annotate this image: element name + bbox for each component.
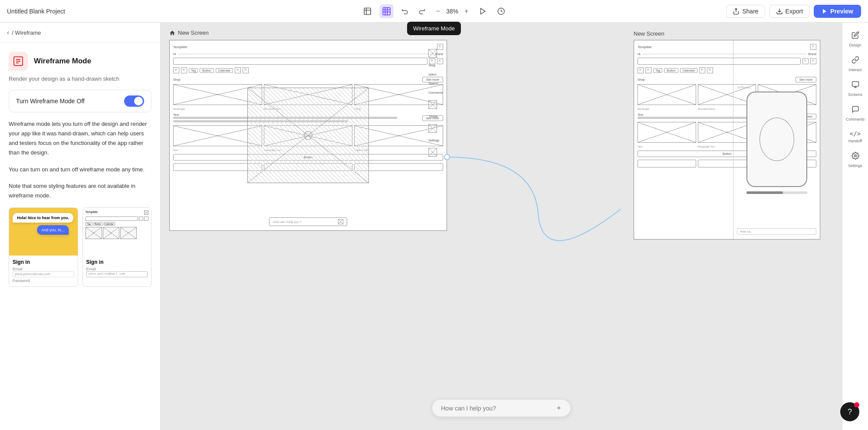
toggle-row: Turn Wireframe Mode Off [9,90,151,112]
zoom-value: 38% [444,8,460,15]
wireframe-toggle[interactable] [124,95,144,107]
wf-icon-2 [428,100,437,109]
zoom-out-btn[interactable]: − [434,7,443,16]
chat-bubble-1: Hola! Nice to hear from you. [13,213,73,223]
toggle-label: Turn Wireframe Mode Off [16,98,85,105]
topbar-center: − 38% + [361,4,508,18]
ai-input-bar: ✦ [432,399,571,417]
zoom-area: − 38% + [434,7,471,16]
breadcrumb-text: / Wireframe [12,30,41,36]
export-btn[interactable]: Export [769,5,809,18]
comments-label: Comments [846,117,865,121]
screen1-label: New Screen [169,30,209,36]
play-btn[interactable] [476,5,489,18]
preview-btn[interactable]: Preview [814,5,861,18]
wireframe-screen-2[interactable]: TemplMe HiBrand Tag Button Calendar [634,40,820,240]
design-label: Design [849,43,861,47]
chat-bubble-2: And you, to... [37,225,69,235]
redo-btn[interactable] [415,5,428,18]
pencil-icon [852,31,859,41]
preview-signin-colored: Sign in Email yana.petrov@mail.com Passw… [9,256,78,286]
svg-marker-5 [823,9,826,13]
ai-sparkle-icon: ✦ [556,404,562,412]
handoff-label: Handoff [848,139,862,143]
preview-wf-signin: Sign in Email yana.petrov@mail.com [83,256,151,282]
undo-btn[interactable] [399,5,412,18]
panel-preview: Hola! Nice to hear from you. And you, to… [9,207,151,287]
design-mode-btn[interactable] [361,4,375,18]
interact-label: Interact [848,68,861,72]
wireframe-screen-1[interactable]: TemplMe HiBrand Tag Button Calendar [169,40,447,231]
settings-icon [852,152,859,162]
cursor-btn[interactable] [494,5,507,18]
preview-card-wireframe: TemplMe TagButtonCalendar Sign in Email … [82,207,152,287]
handoff-icon: </> [850,130,861,137]
canvas: New Screen New Screen TemplMe HiBrand [161,23,842,430]
svg-rect-0 [364,8,371,14]
topbar-right: Share Export Preview [726,5,861,18]
chat-box-overlay: How can I help you ? [269,217,347,226]
right-panel: Design Interact Screens Comments </> Han… [842,23,868,430]
svg-point-11 [854,155,856,157]
share-btn[interactable]: Share [726,5,765,18]
svg-rect-8 [852,82,858,86]
ai-input[interactable] [441,405,552,412]
svg-marker-2 [480,8,485,14]
zoom-in-btn[interactable]: + [462,7,471,16]
right-panel-screens[interactable]: Screens [845,77,866,100]
panel-title: Wireframe Mode [34,57,91,66]
back-btn[interactable]: ‹ [7,29,9,36]
right-panel-interact[interactable]: Interact [845,53,866,75]
screen2-label: New Screen [634,30,664,37]
right-panel-settings[interactable]: Settings [845,148,866,171]
undo-redo [399,5,428,18]
panel-subtitle: Render your design as a hand-drawn sketc… [9,75,151,83]
breadcrumb: ‹ / Wireframe [0,23,160,43]
right-panel-handoff[interactable]: </> Handoff [845,127,866,147]
settings-label: Settings [848,164,862,168]
comments-icon [852,105,859,115]
help-btn[interactable]: ? [840,402,859,421]
help-badge [854,402,859,407]
right-panel-comments[interactable]: Comments [845,102,866,125]
preview-card-colored: Hola! Nice to hear from you. And you, to… [9,207,78,287]
right-panel-design[interactable]: Design [845,28,866,51]
svg-rect-1 [383,7,390,15]
left-panel: ‹ / Wireframe Wireframe Mode Render your… [0,23,161,430]
panel-icon [9,52,28,71]
topbar: Untitled Blank Project − 38% + [0,0,868,23]
screens-icon [852,81,859,91]
panel-body-text-2: You can turn on and turn off wireframe m… [9,165,151,174]
panel-body-text-1: Wireframe mode lets you turn off the des… [9,119,151,158]
help-icon: ? [848,407,852,417]
wireframe-mode-btn[interactable] [380,4,394,18]
screens-label: Screens [848,92,862,97]
panel-body-note: Note that some styling features are not … [9,181,151,200]
interact-icon [852,56,859,66]
app-title: Untitled Blank Project [7,8,65,15]
wf-icon-3 [428,124,437,133]
center-image [247,88,369,183]
topbar-left: Untitled Blank Project [7,8,65,15]
wf-icon-1 [428,49,437,58]
wf-icon-4 [428,148,437,157]
